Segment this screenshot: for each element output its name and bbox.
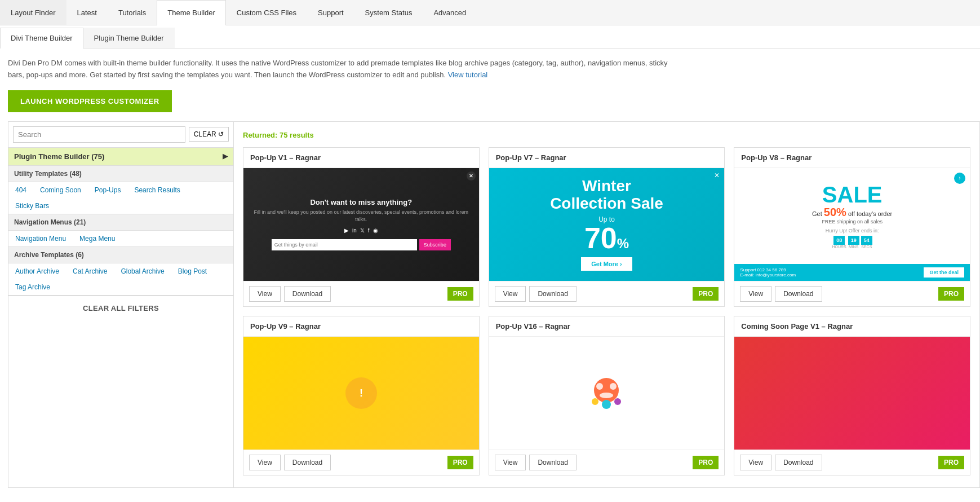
filter-tag-blog-post[interactable]: Blog Post — [171, 263, 214, 279]
search-input[interactable] — [13, 126, 185, 143]
card-image-coming-soon-v1 — [734, 337, 970, 450]
card-actions-popup-v8: View Download PRO — [734, 281, 970, 306]
popup-sale-arrow-icon[interactable]: › — [954, 173, 965, 184]
pro-badge-coming-soon-v1: PRO — [938, 456, 964, 469]
pro-badge-popup-v9: PRO — [447, 456, 473, 469]
card-title-popup-v9: Pop-Up V9 – Ragnar — [243, 316, 479, 337]
view-button-popup-v9[interactable]: View — [249, 455, 281, 470]
filter-tag-popups[interactable]: Pop-Ups — [88, 182, 128, 198]
filter-tag-404[interactable]: 404 — [8, 182, 33, 198]
content-area: Returned: 75 results Pop-Up V1 – Ragnar … — [233, 121, 980, 488]
get-deal-button[interactable]: Get the deal — [924, 267, 964, 278]
yellow-popup-icon: ! — [344, 376, 378, 410]
svg-point-6 — [602, 400, 611, 409]
pro-badge-popup-v7: PRO — [693, 287, 719, 301]
linkedin-icon: in — [352, 227, 357, 234]
email-input[interactable] — [272, 239, 417, 250]
filter-tag-search-results[interactable]: Search Results — [127, 182, 187, 198]
tab-plugin-theme-builder[interactable]: Plugin Theme Builder — [83, 28, 175, 48]
pro-badge-popup-v1: PRO — [447, 287, 473, 301]
filter-tag-cat-archive[interactable]: Cat Archive — [66, 263, 114, 279]
navigation-menus-header: Navigation Menus (21) — [8, 214, 233, 231]
svg-point-5 — [600, 393, 613, 398]
tab-layout-finder[interactable]: Layout Finder — [0, 0, 66, 25]
filter-tag-author-archive[interactable]: Author Archive — [8, 263, 66, 279]
colorful-popup-icon — [584, 371, 629, 416]
card-image-popup-v1: ✕ Don't want to miss anything? Fill in a… — [243, 168, 479, 281]
get-more-btn-v7[interactable]: Get More › — [581, 257, 632, 271]
utility-templates-tags: 404 Coming Soon Pop-Ups Search Results S… — [8, 182, 233, 214]
download-button-popup-v9[interactable]: Download — [284, 455, 331, 470]
main-layout: CLEAR ↺ Plugin Theme Builder (75) ▶ Util… — [0, 121, 980, 488]
popup-close-icon[interactable]: ✕ — [467, 171, 476, 180]
filter-tag-global-archive[interactable]: Global Archive — [114, 263, 171, 279]
subscribe-button[interactable]: Subscribe — [419, 239, 451, 250]
launch-customizer-button[interactable]: LAUNCH WORDPRESS CUSTOMIZER — [8, 90, 172, 112]
svg-point-8 — [614, 398, 621, 405]
card-popup-v7: Pop-Up V7 – Ragnar ✕ WinterCollection Sa… — [489, 147, 725, 307]
card-actions-popup-v7: View Download PRO — [489, 281, 725, 306]
download-button-popup-v1[interactable]: Download — [284, 286, 331, 302]
pro-badge-popup-v8: PRO — [938, 287, 964, 301]
tab-divi-theme-builder[interactable]: Divi Theme Builder — [0, 28, 83, 49]
card-popup-v16: Pop-Up V16 – Ragnar — [489, 316, 725, 475]
view-button-popup-v7[interactable]: View — [495, 286, 526, 302]
view-button-popup-v8[interactable]: View — [740, 286, 771, 302]
view-button-coming-soon-v1[interactable]: View — [740, 455, 771, 470]
filter-tag-mega-menu[interactable]: Mega Menu — [73, 231, 122, 246]
card-image-popup-v9: ! — [243, 337, 479, 450]
facebook-icon: f — [368, 227, 370, 234]
download-button-popup-v16[interactable]: Download — [529, 455, 576, 470]
card-title-coming-soon-v1: Coming Soon Page V1 – Ragnar — [734, 316, 970, 337]
tab-custom-css-files[interactable]: Custom CSS Files — [226, 0, 307, 25]
svg-point-7 — [592, 398, 598, 405]
tab-support[interactable]: Support — [307, 0, 354, 25]
card-actions-popup-v9: View Download PRO — [243, 450, 479, 475]
card-title-popup-v7: Pop-Up V7 – Ragnar — [489, 148, 725, 168]
download-button-coming-soon-v1[interactable]: Download — [775, 455, 822, 470]
card-actions-popup-v16: View Download PRO — [489, 450, 725, 475]
archive-templates-header: Archive Templates (6) — [8, 247, 233, 263]
card-popup-v1: Pop-Up V1 – Ragnar ✕ Don't want to miss … — [243, 147, 480, 307]
tab-advanced[interactable]: Advanced — [423, 0, 477, 25]
card-grid: Pop-Up V1 – Ragnar ✕ Don't want to miss … — [243, 147, 970, 475]
instagram-icon: ◉ — [373, 227, 378, 234]
card-popup-v9: Pop-Up V9 – Ragnar ! View Download PRO — [243, 316, 480, 475]
top-nav: Layout Finder Latest Tutorials Theme Bui… — [0, 0, 980, 25]
card-image-popup-v8: › SALE Get 50% off today's order FREE sh… — [734, 168, 970, 281]
tab-tutorials[interactable]: Tutorials — [108, 0, 157, 25]
tab-theme-builder[interactable]: Theme Builder — [157, 0, 226, 25]
view-button-popup-v16[interactable]: View — [495, 455, 526, 470]
svg-point-4 — [610, 383, 617, 390]
sidebar: CLEAR ↺ Plugin Theme Builder (75) ▶ Util… — [8, 121, 233, 488]
card-coming-soon-v1: Coming Soon Page V1 – Ragnar View Downlo… — [734, 316, 970, 475]
search-row: CLEAR ↺ — [8, 122, 233, 148]
card-title-popup-v1: Pop-Up V1 – Ragnar — [243, 148, 479, 168]
twitter-icon: 𝕏 — [360, 227, 365, 234]
pro-badge-popup-v16: PRO — [693, 456, 719, 469]
filter-tag-sticky-bars[interactable]: Sticky Bars — [8, 198, 56, 214]
view-button-popup-v1[interactable]: View — [249, 286, 281, 302]
view-tutorial-link[interactable]: View tutorial — [448, 71, 488, 79]
card-title-popup-v8: Pop-Up V8 – Ragnar — [734, 148, 970, 168]
tab-system-status[interactable]: System Status — [354, 0, 423, 25]
card-image-popup-v7: ✕ WinterCollection Sale Up to 70% Get Mo… — [489, 168, 725, 281]
clear-all-filters-button[interactable]: CLEAR ALL FILTERS — [8, 296, 233, 320]
filter-tag-coming-soon[interactable]: Coming Soon — [33, 182, 88, 198]
utility-templates-header: Utility Templates (48) — [8, 166, 233, 182]
popup-close-icon-v7[interactable]: ✕ — [713, 171, 721, 179]
primary-filter-header[interactable]: Plugin Theme Builder (75) ▶ — [8, 148, 233, 166]
svg-point-2 — [594, 378, 619, 403]
svg-text:!: ! — [360, 387, 363, 399]
archive-templates-tags: Author Archive Cat Archive Global Archiv… — [8, 263, 233, 296]
card-popup-v8: Pop-Up V8 – Ragnar › SALE Get 50% off to… — [734, 147, 970, 307]
primary-filter-arrow-icon: ▶ — [223, 152, 228, 160]
results-header: Returned: 75 results — [243, 131, 970, 139]
filter-tag-navigation-menu[interactable]: Navigation Menu — [8, 231, 73, 246]
svg-point-3 — [596, 383, 603, 390]
tab-latest[interactable]: Latest — [66, 0, 108, 25]
search-clear-button[interactable]: CLEAR ↺ — [189, 127, 229, 142]
download-button-popup-v8[interactable]: Download — [775, 286, 822, 302]
filter-tag-tag-archive[interactable]: Tag Archive — [8, 279, 57, 295]
download-button-popup-v7[interactable]: Download — [529, 286, 576, 302]
